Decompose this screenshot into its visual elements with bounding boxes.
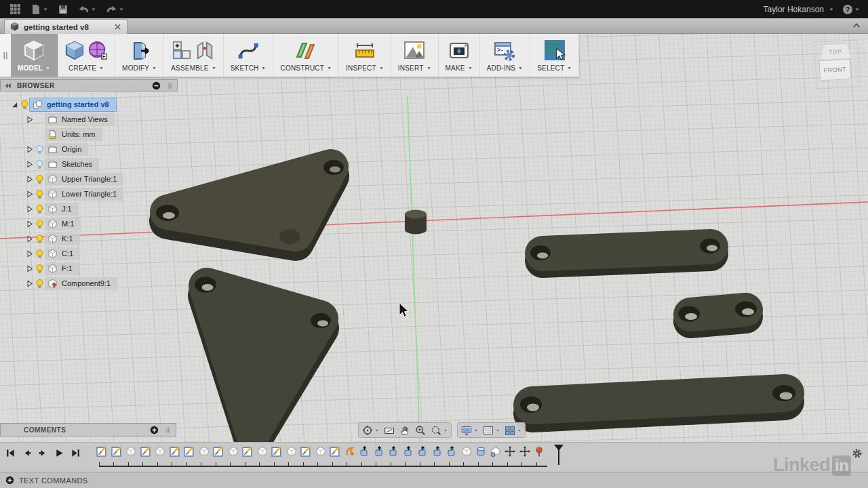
timeline-play-button[interactable] — [54, 448, 64, 458]
visibility-bulb-icon[interactable] — [19, 100, 30, 110]
orbit-button[interactable] — [362, 425, 379, 436]
tree-expand-arrow[interactable] — [24, 190, 34, 199]
timeline-feature-sketch[interactable] — [111, 446, 122, 457]
zoom-fit-button[interactable] — [431, 425, 448, 436]
tree-item[interactable]: Upper Triangle:1 — [45, 173, 123, 186]
tree-expand-arrow[interactable] — [24, 145, 34, 154]
timeline-feature-sketch[interactable] — [300, 446, 311, 457]
pan-hand-button[interactable] — [399, 425, 410, 436]
timeline-feature-body[interactable] — [257, 446, 268, 457]
upper-triangle-body[interactable] — [156, 160, 344, 244]
timeline-feature-move[interactable] — [519, 446, 530, 457]
undo-button[interactable] — [78, 3, 96, 15]
tree-expand-arrow[interactable] — [24, 279, 34, 288]
timeline-feature-component[interactable] — [490, 446, 501, 457]
timeline-feature-sketch[interactable] — [184, 446, 195, 457]
save-button[interactable] — [58, 4, 68, 15]
view-cube-front-face[interactable]: FRONT — [819, 59, 852, 81]
tree-item[interactable]: M:1 — [45, 218, 81, 230]
grid-icon-button[interactable] — [483, 425, 500, 436]
middle-link-body[interactable] — [530, 239, 720, 260]
redo-button[interactable] — [106, 3, 124, 15]
tree-expand-arrow[interactable] — [24, 115, 34, 124]
tree-item[interactable]: Origin — [45, 143, 88, 156]
toolbar-group-make[interactable]: MAKE — [439, 34, 480, 77]
timeline-settings-gear-icon[interactable] — [852, 448, 863, 459]
help-menu[interactable]: ? — [842, 4, 860, 15]
app-grid-icon[interactable] — [9, 3, 21, 15]
tree-item[interactable]: Sketches — [45, 158, 99, 171]
visibility-bulb-icon[interactable] — [34, 249, 45, 259]
visibility-bulb-icon[interactable] — [34, 189, 45, 199]
toolbar-group-inspect[interactable]: INSPECT — [339, 34, 391, 77]
toolbar-group-construct[interactable]: CONSTRUCT — [273, 34, 339, 77]
minimize-panel-icon[interactable] — [152, 81, 161, 90]
toolbar-group-assemble[interactable]: ASSEMBLE — [164, 34, 224, 77]
visibility-bulb-icon[interactable] — [34, 279, 45, 289]
timeline-feature-body[interactable] — [461, 446, 472, 457]
timeline-feature-sketch[interactable] — [330, 446, 340, 457]
timeline-feature-extrude[interactable] — [417, 446, 428, 457]
timeline-feature-sketch[interactable] — [242, 446, 253, 457]
visibility-bulb-icon[interactable] — [34, 174, 45, 184]
timeline-feature-body[interactable] — [315, 446, 326, 457]
tree-expand-arrow[interactable] — [24, 264, 34, 273]
sketch-spline-icon[interactable] — [237, 39, 259, 61]
text-commands-label[interactable]: TEXT COMMANDS — [19, 476, 88, 485]
create-mesh-icon[interactable] — [87, 40, 108, 60]
tree-item[interactable]: Lower Triangle:1 — [45, 188, 123, 201]
toolbar-group-select[interactable]: SELECT — [530, 34, 579, 77]
timeline-feature-sketch[interactable] — [213, 446, 224, 457]
timeline-feature-extrude[interactable] — [432, 446, 443, 457]
tree-item[interactable]: F:1 — [45, 262, 79, 275]
tree-expand-arrow[interactable] — [9, 100, 19, 109]
view-cube[interactable]: TOP FRONT — [816, 43, 856, 87]
small-link-body[interactable] — [678, 302, 757, 322]
panel-resize-handle[interactable] — [164, 426, 172, 434]
timeline-feature-move[interactable] — [505, 446, 515, 457]
visibility-bulb-icon[interactable] — [34, 234, 45, 244]
visibility-bulb-icon[interactable] — [34, 219, 45, 229]
toolbar-grip-handle[interactable] — [0, 34, 11, 77]
addins-terminal-icon[interactable]: >- — [494, 39, 515, 61]
toolbar-group-model[interactable]: MODEL — [11, 34, 58, 77]
construct-planes-icon[interactable] — [295, 39, 317, 61]
toolbar-group-create[interactable]: CREATE — [58, 34, 115, 77]
timeline-feature-pin[interactable] — [534, 446, 545, 457]
user-menu[interactable]: Taylor Hokanson — [764, 5, 834, 14]
modify-press-icon[interactable] — [129, 39, 151, 61]
tree-item[interactable]: J:1 — [45, 203, 79, 216]
visibility-bulb-icon[interactable] — [34, 159, 45, 169]
assemble-joint-icon[interactable] — [195, 40, 215, 60]
tree-expand-arrow[interactable] — [24, 205, 34, 214]
tree-expand-arrow[interactable] — [24, 220, 34, 228]
browser-panel-header[interactable]: BROWSER — [0, 79, 178, 92]
tree-item[interactable]: C:1 — [45, 247, 80, 260]
timeline-feature-body[interactable] — [155, 446, 165, 457]
timeline-feature-body[interactable] — [228, 446, 239, 457]
tree-item[interactable]: Component9:1 — [45, 277, 117, 290]
zoom-pm-button[interactable] — [415, 425, 426, 436]
toolbar-group-insert[interactable]: INSERT — [391, 34, 439, 77]
select-cursor-icon[interactable] — [544, 39, 566, 61]
timeline-feature-cylinder[interactable] — [475, 446, 486, 457]
visibility-bulb-icon[interactable] — [34, 204, 45, 214]
inspect-ruler-icon[interactable] — [354, 39, 376, 61]
timeline-step-back-button[interactable] — [22, 448, 32, 458]
timeline-feature-extrude[interactable] — [388, 446, 399, 457]
timeline-feature-sketch[interactable] — [271, 446, 282, 457]
timeline-feature-sketch[interactable] — [140, 446, 151, 457]
panel-resize-handle[interactable] — [166, 82, 174, 89]
collapse-toolbar-button[interactable] — [852, 21, 861, 30]
timeline-skip-end-button[interactable] — [71, 448, 81, 458]
tree-item[interactable]: Units: mm — [45, 128, 102, 141]
timeline-feature-sketch[interactable] — [96, 446, 107, 457]
tree-expand-arrow[interactable] — [24, 235, 34, 243]
model-cube-icon[interactable] — [23, 39, 45, 61]
toolbar-group-sketch[interactable]: SKETCH — [224, 34, 274, 77]
long-link-body[interactable] — [520, 385, 795, 413]
tree-item[interactable]: Named Views — [45, 113, 115, 126]
timeline-step-forward-button[interactable] — [38, 448, 48, 458]
timeline-feature-extrude[interactable] — [446, 446, 457, 457]
expand-comments-icon[interactable] — [150, 426, 159, 434]
